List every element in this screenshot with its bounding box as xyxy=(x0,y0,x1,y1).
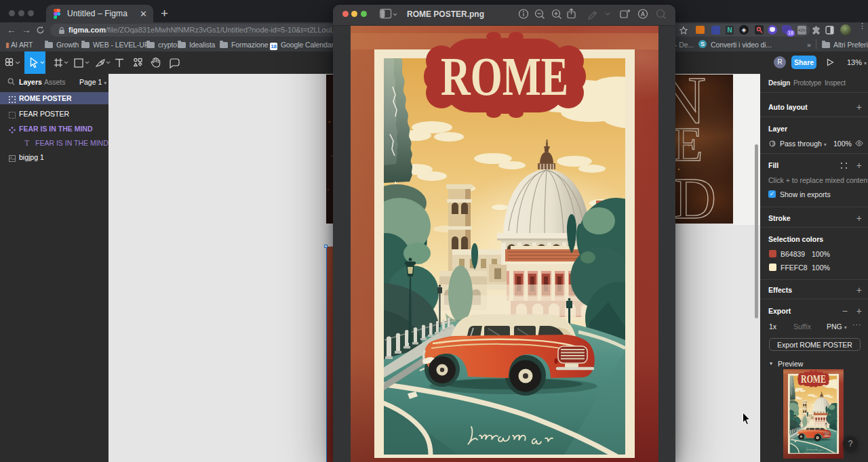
svg-text:D: D xyxy=(674,166,716,224)
svg-text:E: E xyxy=(673,118,703,171)
